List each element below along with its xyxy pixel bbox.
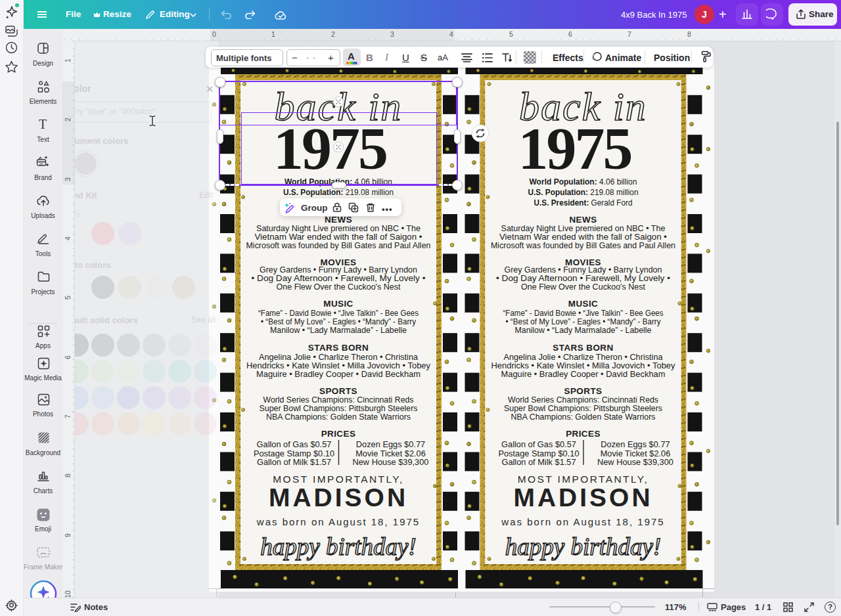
svg-text:co: co (39, 162, 43, 165)
